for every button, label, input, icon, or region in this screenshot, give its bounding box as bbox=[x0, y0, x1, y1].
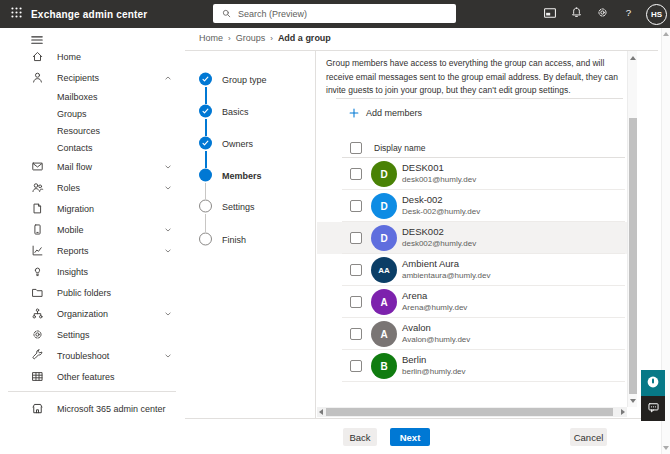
scroll-right-button[interactable] bbox=[621, 409, 625, 415]
search-input[interactable]: Search (Preview) bbox=[213, 4, 456, 23]
row-checkbox[interactable] bbox=[350, 200, 362, 212]
member-email: Arena@humly.dev bbox=[402, 303, 467, 312]
search-icon bbox=[221, 8, 232, 19]
member-row[interactable]: D DESK002 desk002@humly.dev bbox=[317, 222, 627, 254]
sidebar-item-contacts[interactable]: Contacts bbox=[0, 139, 185, 156]
member-row[interactable]: D DESK001 desk001@humly.dev bbox=[317, 158, 627, 190]
mail-icon bbox=[30, 160, 44, 173]
sidebar-item-groups[interactable]: Groups bbox=[0, 105, 185, 122]
chevron-down-icon bbox=[163, 225, 173, 235]
row-checkbox[interactable] bbox=[350, 328, 362, 340]
app-launcher-button[interactable] bbox=[2, 0, 30, 28]
sidebar-item-other-features[interactable]: Other features bbox=[0, 366, 185, 387]
question-mark-icon: ? bbox=[622, 6, 635, 22]
member-email: desk002@humly.dev bbox=[402, 239, 476, 248]
chevron-down-icon bbox=[163, 351, 173, 361]
whats-new-button[interactable] bbox=[542, 6, 558, 22]
sidebar-item-insights[interactable]: Insights bbox=[0, 261, 185, 282]
notifications-button[interactable] bbox=[568, 6, 584, 22]
help-button[interactable]: ? bbox=[620, 6, 636, 22]
search-placeholder: Search (Preview) bbox=[238, 9, 307, 19]
sidebar-divider bbox=[8, 391, 176, 392]
scroll-left-button[interactable] bbox=[319, 409, 323, 415]
step-connector bbox=[205, 119, 207, 136]
wizard-step-members[interactable]: Members bbox=[185, 169, 262, 182]
panel-horizontal-scrollbar[interactable] bbox=[317, 407, 627, 417]
gear-icon bbox=[30, 328, 44, 341]
wizard-step-basics[interactable]: Basics bbox=[185, 105, 249, 118]
sidebar-item-reports[interactable]: Reports bbox=[0, 240, 185, 261]
member-email: Avalon@humly.dev bbox=[402, 335, 470, 344]
step-current-icon bbox=[199, 169, 212, 182]
wizard-step-settings[interactable]: Settings bbox=[185, 200, 255, 213]
account-avatar[interactable]: HS bbox=[646, 4, 667, 25]
member-row[interactable]: A Avalon Avalon@humly.dev bbox=[317, 318, 627, 350]
page-scroll-up-button[interactable] bbox=[663, 32, 669, 36]
wizard-step-owners[interactable]: Owners bbox=[185, 137, 253, 150]
breadcrumb-item-home[interactable]: Home bbox=[199, 33, 223, 43]
sidebar-item-settings[interactable]: Settings bbox=[0, 324, 185, 345]
sidebar-item-migration[interactable]: Migration bbox=[0, 198, 185, 219]
step-connector bbox=[205, 87, 207, 104]
add-group-wizard-card: Group type Basics Owners Members Setting… bbox=[185, 50, 658, 419]
sidebar-item-mobile[interactable]: Mobile bbox=[0, 219, 185, 240]
gear-icon bbox=[596, 6, 609, 22]
avatar: B bbox=[371, 353, 397, 379]
settings-button[interactable] bbox=[594, 6, 610, 22]
sidebar-item-mail-flow[interactable]: Mail flow bbox=[0, 156, 185, 177]
chevron-down-icon bbox=[163, 246, 173, 256]
sidebar-item-label: Groups bbox=[57, 109, 87, 119]
sidebar-item-recipients[interactable]: Recipients bbox=[0, 67, 185, 88]
sidebar-item-organization[interactable]: Organization bbox=[0, 303, 185, 324]
row-checkbox[interactable] bbox=[350, 232, 362, 244]
back-button[interactable]: Back bbox=[343, 428, 377, 446]
step-label: Owners bbox=[222, 138, 253, 148]
bell-icon bbox=[570, 6, 583, 22]
member-row[interactable]: A Arena Arena@humly.dev bbox=[317, 286, 627, 318]
sidebar-item-resources[interactable]: Resources bbox=[0, 122, 185, 139]
building-icon bbox=[30, 402, 44, 415]
vertical-scroll-thumb[interactable] bbox=[629, 118, 637, 394]
breadcrumb-separator: › bbox=[270, 34, 273, 43]
sidebar-item-m365-admin-center[interactable]: Microsoft 365 admin center bbox=[0, 398, 185, 419]
panel-vertical-scrollbar[interactable] bbox=[627, 51, 637, 407]
member-row[interactable]: AA Ambient Aura ambientaura@humly.dev bbox=[317, 254, 627, 286]
org-icon bbox=[30, 307, 44, 320]
sidebar-item-home[interactable]: Home bbox=[0, 46, 185, 67]
page-scroll-down-button[interactable] bbox=[663, 446, 669, 450]
cancel-button[interactable]: Cancel bbox=[570, 428, 607, 446]
avatar: A bbox=[371, 321, 397, 347]
scroll-up-button[interactable] bbox=[630, 56, 636, 60]
breadcrumb: Home›Groups›Add a group bbox=[199, 31, 331, 45]
member-email: desk001@humly.dev bbox=[402, 175, 476, 184]
next-button[interactable]: Next bbox=[390, 428, 430, 446]
feedback-widget-button[interactable] bbox=[641, 396, 665, 421]
help-widget-button[interactable] bbox=[641, 370, 665, 396]
scroll-down-button[interactable] bbox=[630, 399, 636, 403]
member-email: ambientaura@humly.dev bbox=[402, 271, 490, 280]
add-members-button[interactable]: Add members bbox=[348, 103, 422, 123]
member-email: Desk-002@humly.dev bbox=[402, 207, 480, 216]
member-row[interactable]: D Desk-002 Desk-002@humly.dev bbox=[317, 190, 627, 222]
support-icon bbox=[645, 374, 661, 393]
row-checkbox[interactable] bbox=[350, 360, 362, 372]
row-checkbox[interactable] bbox=[350, 296, 362, 308]
breadcrumb-item-groups[interactable]: Groups bbox=[236, 33, 266, 43]
row-checkbox[interactable] bbox=[350, 168, 362, 180]
sidebar-item-mailboxes[interactable]: Mailboxes bbox=[0, 88, 185, 105]
chat-bubble-icon bbox=[647, 401, 660, 417]
wizard-step-finish[interactable]: Finish bbox=[185, 233, 246, 246]
wizard-step-group-type[interactable]: Group type bbox=[185, 73, 267, 86]
horizontal-scroll-thumb[interactable] bbox=[326, 408, 613, 416]
step-connector bbox=[205, 183, 206, 199]
row-checkbox[interactable] bbox=[350, 264, 362, 276]
avatar: D bbox=[371, 161, 397, 187]
select-all-checkbox[interactable] bbox=[350, 142, 362, 154]
sidebar-item-roles[interactable]: Roles bbox=[0, 177, 185, 198]
sidebar-item-troubleshoot[interactable]: Troubleshoot bbox=[0, 345, 185, 366]
sidebar-item-label: Migration bbox=[57, 204, 94, 214]
top-bar: Exchange admin center Search (Preview) ?… bbox=[0, 0, 670, 28]
sidebar-item-public-folders[interactable]: Public folders bbox=[0, 282, 185, 303]
member-name: Ambient Aura bbox=[402, 258, 459, 269]
member-row[interactable]: B Berlin berlin@humly.dev bbox=[317, 350, 627, 382]
